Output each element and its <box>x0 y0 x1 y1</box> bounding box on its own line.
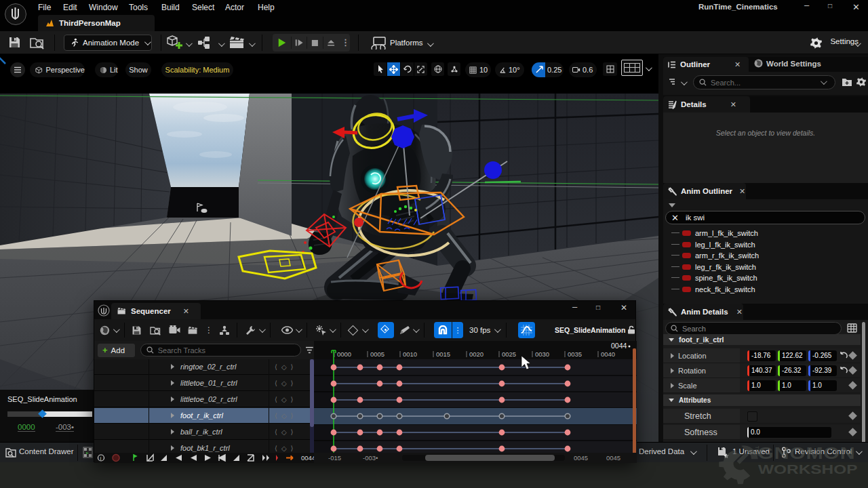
svg-text:0020: 0020 <box>469 350 484 358</box>
svg-text:0005: 0005 <box>370 350 384 358</box>
svg-text:0044: 0044 <box>611 342 627 350</box>
svg-text:0030: 0030 <box>535 350 549 358</box>
svg-text:0010: 0010 <box>403 350 417 358</box>
svg-text:0000: 0000 <box>337 350 351 358</box>
svg-text:0015: 0015 <box>436 350 450 358</box>
svg-text:WORKSHOP: WORKSHOP <box>758 462 857 476</box>
svg-text:0025: 0025 <box>502 350 516 358</box>
svg-text:0044: 0044 <box>301 454 314 462</box>
svg-text:0040: 0040 <box>601 350 615 358</box>
svg-text:i: i <box>100 455 102 462</box>
svg-text:THE: THE <box>754 446 760 456</box>
svg-text:GNOMON: GNOMON <box>757 445 855 463</box>
svg-text:0035: 0035 <box>568 350 582 358</box>
